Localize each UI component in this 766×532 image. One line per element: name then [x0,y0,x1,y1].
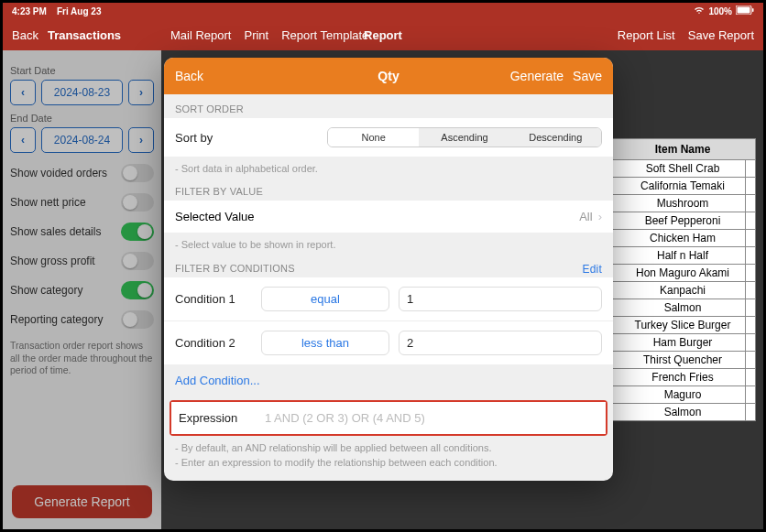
table-row: Salmon [609,404,756,421]
end-date-prev[interactable]: ‹ [10,127,36,153]
selected-value-all: All [579,210,592,223]
svg-rect-2 [752,8,754,12]
toggle-switch[interactable] [121,223,154,241]
expr-note2: - Enter an expression to modify the rela… [164,456,613,471]
table-row: Ham Burger [609,334,756,352]
table-row: Half n Half [609,247,756,265]
nav-transactions[interactable]: Transactions [48,28,121,42]
modal-generate[interactable]: Generate [510,69,564,83]
table-row: Turkey Slice Burger [609,317,756,334]
start-date-label: Start Date [10,65,154,76]
table-row: French Fries [609,369,756,386]
table-row: Maguro [609,386,756,404]
modal-header: Back Qty Generate Save [164,58,613,94]
battery-percent: 100% [708,6,732,16]
page-title: Report [364,28,402,42]
toggle-label: Show gross profit [10,255,95,267]
status-bar: 4:23 PM Fri Aug 23 100% [3,3,763,19]
battery-icon [736,5,754,16]
table-row: Thirst Quencher [609,352,756,369]
toggle-row: Show nett price [10,193,154,212]
end-date-label: End Date [10,113,154,124]
toggle-switch[interactable] [121,310,154,329]
start-date-button[interactable]: 2024-08-23 [41,80,123,105]
toggle-label: Reporting category [10,313,103,326]
sort-segmented[interactable]: None Ascending Descending [327,127,602,147]
sort-note: - Sort data in alphabetical order. [164,157,613,177]
table-row: Salmon [609,299,756,317]
table-row: California Temaki [609,178,756,195]
qty-modal: Back Qty Generate Save SORT ORDER Sort b… [164,58,613,481]
toggle-row: Show gross profit [10,252,154,270]
svg-rect-1 [738,7,750,14]
top-nav: Back Transactions Mail Report Print Repo… [3,19,763,50]
table-row: Hon Maguro Akami [609,265,756,282]
nav-back[interactable]: Back [12,28,38,42]
toggle-row: Show voided orders [10,164,154,182]
toggle-switch[interactable] [121,193,154,212]
filter-value-label: FILTER BY VALUE [164,177,613,201]
table-header: Item Name [609,138,756,160]
nav-print[interactable]: Print [244,28,268,42]
modal-back[interactable]: Back [175,69,203,83]
filter-cond-label: FILTER BY CONDITIONS Edit [164,254,613,277]
toggle-label: Show sales details [10,225,101,238]
toggle-switch[interactable] [121,164,154,182]
end-date-button[interactable]: 2024-08-24 [41,127,123,153]
cond1-value[interactable]: 1 [399,287,602,311]
toggle-row: Show category [10,281,154,299]
selected-value-label: Selected Value [175,210,255,223]
sort-order-label: SORT ORDER [164,94,613,118]
modal-title: Qty [378,69,399,83]
cond1-operator[interactable]: equal [261,287,389,311]
modal-save[interactable]: Save [573,69,602,83]
selected-value-row[interactable]: Selected Value All › [164,201,613,233]
toggle-row: Reporting category [10,310,154,329]
expression-input[interactable]: 1 AND (2 OR 3) OR (4 AND 5) [265,411,598,425]
chevron-right-icon: › [598,210,602,223]
expr-note1: - By default, an AND relationship will b… [164,436,613,456]
cond2-operator[interactable]: less than [261,331,389,355]
expression-label: Expression [179,411,256,425]
toggle-switch[interactable] [121,252,154,270]
seg-descending[interactable]: Descending [510,128,601,147]
end-date-next[interactable]: › [128,127,154,153]
sidebar-note: Transaction order report shows all the o… [10,340,154,377]
nav-save-report[interactable]: Save Report [688,28,754,42]
cond2-label: Condition 2 [175,336,252,350]
seg-ascending[interactable]: Ascending [419,128,509,147]
toggle-switch[interactable] [121,281,154,299]
wifi-icon [694,5,705,16]
nav-report-template[interactable]: Report Template [281,28,368,42]
sort-by-label: Sort by [175,131,252,145]
cond2-value[interactable]: 2 [399,331,602,355]
table-row: Kanpachi [609,282,756,299]
cond1-label: Condition 1 [175,292,252,306]
app-root: 4:23 PM Fri Aug 23 100% Back Transaction… [0,0,766,532]
item-name-table: Item Name Soft Shell CrabCalifornia Tema… [609,138,756,421]
selected-note: - Select value to be shown in report. [164,233,613,253]
start-date-next[interactable]: › [128,80,154,105]
table-row: Beef Pepperoni [609,212,756,230]
expression-highlight: Expression 1 AND (2 OR 3) OR (4 AND 5) [170,400,607,436]
nav-report-list[interactable]: Report List [618,28,675,42]
toggle-label: Show category [10,284,82,297]
status-date: Fri Aug 23 [57,6,102,16]
toggle-label: Show nett price [10,196,86,209]
seg-none[interactable]: None [328,128,419,147]
table-row: Chicken Ham [609,230,756,247]
nav-mail-report[interactable]: Mail Report [170,28,231,42]
add-condition[interactable]: Add Condition... [164,364,613,396]
status-time: 4:23 PM [12,6,47,16]
toggle-label: Show voided orders [10,167,107,179]
generate-report-button[interactable]: Generate Report [12,485,152,518]
toggle-row: Show sales details [10,223,154,241]
table-row: Soft Shell Crab [609,160,756,178]
conditions-edit[interactable]: Edit [583,263,602,276]
table-row: Mushroom [609,195,756,212]
start-date-prev[interactable]: ‹ [10,80,36,105]
sidebar: Start Date ‹ 2024-08-23 › End Date ‹ 202… [3,50,161,529]
